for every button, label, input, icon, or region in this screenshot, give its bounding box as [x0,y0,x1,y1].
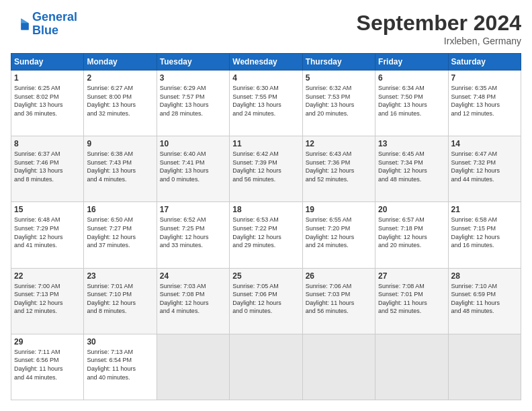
calendar-day-cell: 20Sunrise: 6:57 AM Sunset: 7:18 PM Dayli… [375,202,448,268]
day-info: Sunrise: 6:27 AM Sunset: 8:00 PM Dayligh… [87,84,153,118]
calendar-week-row: 29Sunrise: 7:11 AM Sunset: 6:56 PM Dayli… [11,334,521,400]
day-info: Sunrise: 6:37 AM Sunset: 7:46 PM Dayligh… [14,150,81,183]
day-number: 10 [160,139,226,148]
calendar-day-cell [375,334,448,400]
logo-icon [11,15,30,34]
title-section: September 2024 Irxleben, Germany [357,11,521,46]
day-number: 29 [14,337,81,347]
day-info: Sunrise: 6:50 AM Sunset: 7:27 PM Dayligh… [87,216,153,249]
day-info: Sunrise: 6:47 AM Sunset: 7:32 PM Dayligh… [451,150,518,183]
calendar-header-cell: Tuesday [157,54,229,71]
day-info: Sunrise: 6:58 AM Sunset: 7:15 PM Dayligh… [451,216,518,249]
location: Irxleben, Germany [357,36,521,46]
logo: General Blue [11,11,77,38]
calendar-day-cell: 1Sunrise: 6:25 AM Sunset: 8:02 PM Daylig… [11,71,84,136]
day-info: Sunrise: 6:30 AM Sunset: 7:55 PM Dayligh… [232,84,299,118]
calendar-day-cell: 3Sunrise: 6:29 AM Sunset: 7:57 PM Daylig… [157,71,229,136]
day-info: Sunrise: 6:42 AM Sunset: 7:39 PM Dayligh… [232,150,299,183]
calendar-header-cell: Saturday [448,54,521,71]
calendar-header-cell: Friday [375,54,448,71]
calendar-day-cell: 29Sunrise: 7:11 AM Sunset: 6:56 PM Dayli… [11,334,84,400]
day-number: 9 [87,139,153,148]
calendar-header-cell: Thursday [302,54,375,71]
day-info: Sunrise: 6:34 AM Sunset: 7:50 PM Dayligh… [378,84,445,118]
day-number: 12 [306,139,372,148]
day-info: Sunrise: 6:38 AM Sunset: 7:43 PM Dayligh… [87,150,153,183]
day-info: Sunrise: 7:05 AM Sunset: 7:06 PM Dayligh… [232,282,299,316]
month-title: September 2024 [357,11,521,36]
logo-text: General Blue [32,11,77,38]
day-number: 4 [232,73,299,83]
calendar-day-cell: 16Sunrise: 6:50 AM Sunset: 7:27 PM Dayli… [84,202,157,268]
calendar-day-cell: 14Sunrise: 6:47 AM Sunset: 7:32 PM Dayli… [448,136,521,202]
calendar-day-cell: 7Sunrise: 6:35 AM Sunset: 7:48 PM Daylig… [448,71,521,136]
day-number: 8 [14,139,81,148]
calendar-week-row: 8Sunrise: 6:37 AM Sunset: 7:46 PM Daylig… [11,136,521,202]
calendar-day-cell: 22Sunrise: 7:00 AM Sunset: 7:13 PM Dayli… [11,268,84,334]
day-number: 22 [14,271,81,281]
day-number: 20 [378,205,445,214]
day-number: 17 [160,205,226,214]
calendar-week-row: 15Sunrise: 6:48 AM Sunset: 7:29 PM Dayli… [11,202,521,268]
day-number: 6 [378,73,445,83]
calendar-day-cell: 8Sunrise: 6:37 AM Sunset: 7:46 PM Daylig… [11,136,84,202]
calendar-day-cell: 23Sunrise: 7:01 AM Sunset: 7:10 PM Dayli… [84,268,157,334]
day-info: Sunrise: 7:03 AM Sunset: 7:08 PM Dayligh… [160,282,226,316]
calendar-day-cell: 15Sunrise: 6:48 AM Sunset: 7:29 PM Dayli… [11,202,84,268]
day-info: Sunrise: 7:11 AM Sunset: 6:56 PM Dayligh… [14,348,81,381]
day-info: Sunrise: 6:40 AM Sunset: 7:41 PM Dayligh… [160,150,226,183]
day-number: 13 [378,139,445,148]
calendar-day-cell [157,334,229,400]
day-number: 3 [160,73,226,83]
day-info: Sunrise: 7:01 AM Sunset: 7:10 PM Dayligh… [87,282,153,316]
day-info: Sunrise: 6:35 AM Sunset: 7:48 PM Dayligh… [451,84,518,118]
day-info: Sunrise: 7:10 AM Sunset: 6:59 PM Dayligh… [451,282,518,316]
day-info: Sunrise: 6:25 AM Sunset: 8:02 PM Dayligh… [14,84,81,118]
calendar-day-cell: 24Sunrise: 7:03 AM Sunset: 7:08 PM Dayli… [157,268,229,334]
day-info: Sunrise: 7:06 AM Sunset: 7:03 PM Dayligh… [306,282,372,316]
day-info: Sunrise: 7:13 AM Sunset: 6:54 PM Dayligh… [87,348,153,381]
day-number: 27 [378,271,445,281]
day-number: 11 [232,139,299,148]
day-info: Sunrise: 7:00 AM Sunset: 7:13 PM Dayligh… [14,282,81,316]
day-info: Sunrise: 6:57 AM Sunset: 7:18 PM Dayligh… [378,216,445,249]
calendar-day-cell: 5Sunrise: 6:32 AM Sunset: 7:53 PM Daylig… [302,71,375,136]
day-number: 5 [306,73,372,83]
page: General Blue September 2024 Irxleben, Ge… [0,0,532,411]
day-number: 2 [87,73,153,83]
day-number: 28 [451,271,518,281]
calendar-day-cell: 4Sunrise: 6:30 AM Sunset: 7:55 PM Daylig… [230,71,302,136]
day-info: Sunrise: 6:45 AM Sunset: 7:34 PM Dayligh… [378,150,445,183]
calendar-day-cell: 10Sunrise: 6:40 AM Sunset: 7:41 PM Dayli… [157,136,229,202]
day-number: 25 [232,271,299,281]
day-info: Sunrise: 6:55 AM Sunset: 7:20 PM Dayligh… [306,216,372,249]
calendar-header-cell: Monday [84,54,157,71]
day-number: 15 [14,205,81,214]
calendar-body: 1Sunrise: 6:25 AM Sunset: 8:02 PM Daylig… [11,71,521,400]
calendar-header-row: SundayMondayTuesdayWednesdayThursdayFrid… [11,54,521,71]
day-info: Sunrise: 7:08 AM Sunset: 7:01 PM Dayligh… [378,282,445,316]
day-number: 23 [87,271,153,281]
day-number: 26 [306,271,372,281]
day-number: 16 [87,205,153,214]
day-info: Sunrise: 6:52 AM Sunset: 7:25 PM Dayligh… [160,216,226,249]
calendar-week-row: 22Sunrise: 7:00 AM Sunset: 7:13 PM Dayli… [11,268,521,334]
day-info: Sunrise: 6:53 AM Sunset: 7:22 PM Dayligh… [232,216,299,249]
calendar-table: SundayMondayTuesdayWednesdayThursdayFrid… [11,53,521,400]
calendar-header-cell: Wednesday [230,54,302,71]
calendar-day-cell: 27Sunrise: 7:08 AM Sunset: 7:01 PM Dayli… [375,268,448,334]
day-info: Sunrise: 6:29 AM Sunset: 7:57 PM Dayligh… [160,84,226,118]
day-info: Sunrise: 6:48 AM Sunset: 7:29 PM Dayligh… [14,216,81,249]
day-number: 19 [306,205,372,214]
calendar-day-cell: 11Sunrise: 6:42 AM Sunset: 7:39 PM Dayli… [230,136,302,202]
calendar-day-cell: 18Sunrise: 6:53 AM Sunset: 7:22 PM Dayli… [230,202,302,268]
calendar-day-cell: 30Sunrise: 7:13 AM Sunset: 6:54 PM Dayli… [84,334,157,400]
day-number: 14 [451,139,518,148]
calendar-day-cell [302,334,375,400]
calendar-day-cell [230,334,302,400]
calendar-day-cell: 6Sunrise: 6:34 AM Sunset: 7:50 PM Daylig… [375,71,448,136]
calendar-day-cell: 17Sunrise: 6:52 AM Sunset: 7:25 PM Dayli… [157,202,229,268]
calendar-day-cell: 13Sunrise: 6:45 AM Sunset: 7:34 PM Dayli… [375,136,448,202]
calendar-day-cell [448,334,521,400]
day-number: 21 [451,205,518,214]
